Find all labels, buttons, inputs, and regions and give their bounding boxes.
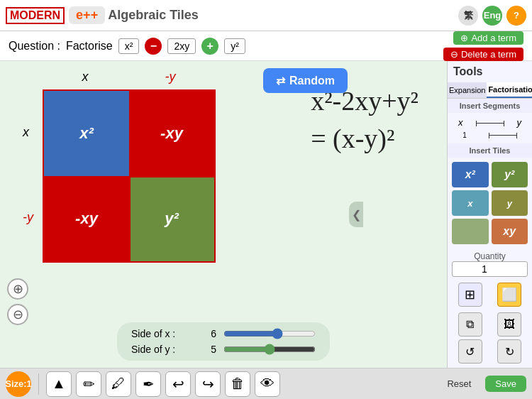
size-indicator: Size:1 bbox=[6, 371, 31, 397]
zoom-out-button[interactable]: ⊖ bbox=[7, 304, 28, 325]
reset-button[interactable]: Reset bbox=[437, 376, 481, 392]
more-tools-row-2: ↺ ↻ bbox=[450, 339, 529, 364]
side-y-label: Side of y : bbox=[131, 344, 195, 355]
tiles-grid: x² y² x y xy bbox=[450, 160, 529, 246]
insert-tiles-title: Insert Tiles bbox=[448, 143, 532, 158]
tools-tabs: Expansion Factorisation bbox=[448, 82, 532, 99]
plus-circle-icon: ⊕ bbox=[460, 33, 468, 43]
collapse-panel-button[interactable]: ❮ bbox=[349, 202, 363, 227]
tile-nxy-1[interactable]: -xy bbox=[129, 91, 214, 176]
help-button[interactable]: ? bbox=[506, 6, 526, 26]
tools-panel: Tools Expansion Factorisation Insert Seg… bbox=[447, 61, 532, 368]
header-right: 繁 Eng ? bbox=[458, 6, 526, 26]
minus-circle-icon: ⊖ bbox=[450, 49, 458, 60]
axis-top-x-label: x bbox=[43, 70, 128, 84]
tab-factorisation[interactable]: Factorisation bbox=[487, 82, 532, 98]
plus-term-button[interactable]: + bbox=[201, 38, 218, 55]
select-tool-button[interactable]: ▲ bbox=[46, 371, 72, 397]
seg-x-line[interactable] bbox=[476, 119, 504, 127]
tools-title: Tools bbox=[448, 61, 532, 82]
actions-right: ⊕ Add a term ⊖ Delete a term bbox=[443, 31, 523, 61]
bottom-right-actions: Reset Save bbox=[437, 376, 526, 392]
tile-actions: ⊞ ⬜ bbox=[448, 280, 532, 310]
header: MODERN e++ Algebraic Tiles 繁 Eng ? bbox=[0, 0, 532, 31]
math-expression: x²-2xy+y² = (x-y)² bbox=[311, 82, 419, 158]
sliders: Side of x : 6 Side of y : 5 bbox=[117, 322, 330, 361]
insert-tile-xy[interactable]: xy bbox=[492, 219, 528, 244]
quantity-label: Quantity bbox=[452, 251, 528, 261]
quantity-input[interactable] bbox=[452, 261, 528, 277]
bottom-toolbar: Size:1 ▲ ✏ 🖊 ✒ ↩ ↪ 🗑 👁 Reset Save bbox=[0, 368, 532, 399]
flip-button[interactable]: ↻ bbox=[497, 339, 521, 364]
grid-v-divider bbox=[129, 91, 131, 261]
arrange-button[interactable]: ⬜ bbox=[497, 283, 521, 307]
axis-top-y-label: -y bbox=[128, 70, 213, 84]
term-y2: y² bbox=[224, 38, 245, 54]
quantity-section: Quantity bbox=[448, 248, 532, 280]
more-tools: ⧉ 🖼 ↺ ↻ bbox=[448, 310, 532, 366]
side-x-row: Side of x : 6 bbox=[131, 328, 316, 339]
tile-x2[interactable]: x² bbox=[44, 91, 129, 176]
question-bar: Question : Factorise x² − 2xy + y² ⊕ Add… bbox=[0, 31, 532, 61]
pen-tool-button[interactable]: ✏ bbox=[76, 371, 101, 397]
insert-tiles: x² y² x y xy bbox=[448, 158, 532, 248]
add-term-button[interactable]: ⊕ Add a term bbox=[453, 31, 523, 45]
app-title: Algebraic Tiles bbox=[108, 8, 199, 23]
random-icon: ⇄ bbox=[276, 74, 285, 87]
seg-row-1: x y bbox=[450, 116, 529, 129]
undo-button[interactable]: ↩ bbox=[165, 371, 191, 397]
toolbar-separator-1 bbox=[38, 373, 39, 395]
copy-button[interactable]: ⧉ bbox=[458, 312, 482, 337]
save-button[interactable]: Save bbox=[485, 376, 526, 392]
term-2xy: 2xy bbox=[167, 38, 196, 54]
tile-nxy-2[interactable]: -xy bbox=[44, 176, 129, 261]
insert-tile-x[interactable]: x bbox=[452, 190, 489, 216]
insert-segments: x y 1 bbox=[448, 113, 532, 143]
insert-tile-y[interactable]: y bbox=[492, 190, 528, 216]
insert-tile-1[interactable] bbox=[452, 219, 489, 244]
canvas-area: ⇄ Random x -y x -y x² -xy -xy y² bbox=[0, 61, 447, 368]
zoom-in-button[interactable]: ⊕ bbox=[7, 278, 28, 300]
tile-y2[interactable]: y² bbox=[129, 176, 214, 261]
axis-left: x -y bbox=[23, 89, 33, 260]
minus-term-button[interactable]: − bbox=[145, 38, 162, 55]
seg-row-2: 1 bbox=[450, 129, 529, 141]
side-y-value: 5 bbox=[202, 344, 216, 355]
more-tools-row-1: ⧉ 🖼 bbox=[450, 312, 529, 337]
side-x-slider[interactable] bbox=[223, 328, 316, 339]
insert-tile-x2[interactable]: x² bbox=[452, 162, 489, 187]
delete-term-button[interactable]: ⊖ Delete a term bbox=[443, 48, 523, 61]
axis-left-x-label: x bbox=[23, 89, 33, 175]
view-button[interactable]: 👁 bbox=[255, 371, 280, 397]
seg-1-line[interactable] bbox=[489, 131, 517, 139]
axis-top: x -y bbox=[43, 70, 213, 84]
rotate-button[interactable]: ↺ bbox=[458, 339, 482, 364]
tile-container: x -y x -y x² -xy -xy y² bbox=[43, 89, 216, 263]
question-label: Question : bbox=[9, 40, 60, 53]
logo-modern: MODERN bbox=[6, 7, 65, 24]
seg-x-label: x bbox=[458, 117, 463, 128]
main: ⇄ Random x -y x -y x² -xy -xy y² bbox=[0, 61, 532, 368]
highlight-tool-button[interactable]: 🖊 bbox=[106, 371, 131, 397]
insert-tile-y2[interactable]: y² bbox=[492, 162, 528, 187]
math-line2: = (x-y)² bbox=[311, 120, 419, 158]
image-button[interactable]: 🖼 bbox=[497, 312, 521, 337]
seg-y-label: y bbox=[517, 117, 522, 128]
side-x-label: Side of x : bbox=[131, 328, 195, 339]
delete-button[interactable]: 🗑 bbox=[225, 371, 250, 397]
grid-view-button[interactable]: ⊞ bbox=[458, 283, 482, 307]
lang-en-button[interactable]: Eng bbox=[482, 6, 502, 26]
lang-tw-button[interactable]: 繁 bbox=[458, 6, 478, 26]
term-x2: x² bbox=[118, 38, 140, 54]
side-x-value: 6 bbox=[202, 328, 216, 339]
side-y-row: Side of y : 5 bbox=[131, 344, 316, 355]
seg-1-label: 1 bbox=[462, 131, 467, 139]
redo-button[interactable]: ↪ bbox=[195, 371, 221, 397]
logo-epp: e++ bbox=[69, 6, 105, 24]
zoom-controls: ⊕ ⊖ bbox=[7, 278, 28, 325]
axis-left-y-label: -y bbox=[23, 175, 33, 260]
side-y-slider[interactable] bbox=[223, 344, 316, 355]
random-button[interactable]: ⇄ Random bbox=[263, 68, 348, 93]
marker-tool-button[interactable]: ✒ bbox=[135, 371, 161, 397]
tab-expansion[interactable]: Expansion bbox=[448, 82, 487, 98]
